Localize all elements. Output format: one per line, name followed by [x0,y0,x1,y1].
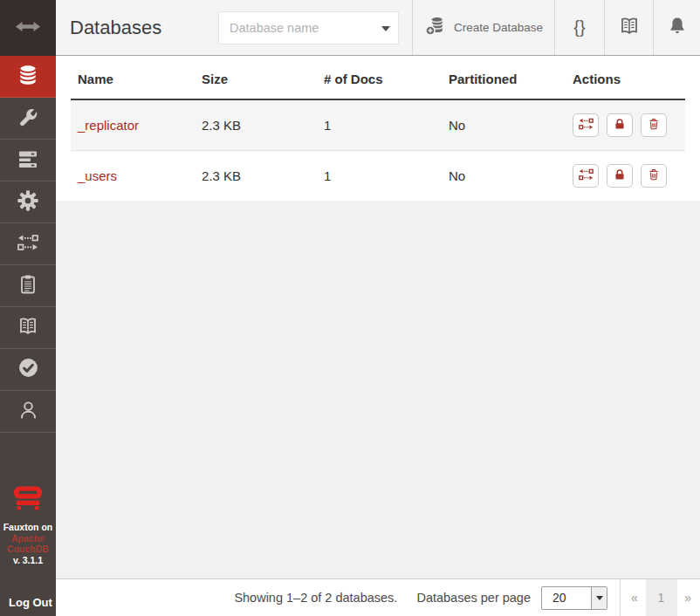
sidebar-brand: Fauxton on Apache CouchDB v. 3.1.1 [0,485,56,565]
brand-couchdb-link[interactable]: Apache CouchDB [0,533,56,555]
page-title: Databases [70,17,161,39]
clipboard-icon [17,274,38,298]
create-database-button[interactable]: Create Database [412,0,554,55]
docs-cell: 1 [317,151,442,202]
notifications-button[interactable] [653,0,700,55]
select-caret-icon [591,587,607,609]
database-link[interactable]: _users [78,168,117,183]
sidebar-item-documentation[interactable] [0,307,56,349]
column-header-size: Size [195,56,317,99]
pagination-page-1[interactable]: 1 [646,579,677,616]
docs-cell: 1 [317,99,442,151]
double-arrow-icon [15,19,41,38]
sidebar-collapse-button[interactable] [0,0,56,56]
pagination-prev-button[interactable]: « [631,591,638,605]
lock-icon [614,117,626,133]
table-header-row: Name Size # of Docs Partitioned Actions [71,56,685,99]
set-permissions-button[interactable] [607,164,633,188]
sidebar-item-databases[interactable] [0,56,56,98]
databases-table: Name Size # of Docs Partitioned Actions … [71,56,685,201]
book-icon [17,316,39,340]
lock-icon [614,168,626,184]
replicate-icon [579,118,594,133]
column-header-docs: # of Docs [317,56,442,99]
size-cell: 2.3 KB [195,151,317,202]
database-icon [17,64,39,90]
sidebar-item-account[interactable] [0,391,56,433]
database-search-input[interactable] [218,11,399,44]
wrench-icon [17,106,38,131]
documentation-button[interactable] [604,0,653,55]
database-search-combo [218,11,399,44]
json-api-button[interactable]: {} [554,0,604,55]
trash-icon [648,168,660,184]
database-plus-icon [424,16,445,40]
pagination-next-button[interactable]: » [684,591,691,605]
partitioned-cell: No [442,151,566,202]
brand-line1: Fauxton on [0,522,56,533]
per-page-select[interactable]: 20 [541,586,607,610]
delete-database-button[interactable] [641,113,667,137]
replicate-database-button[interactable] [573,113,599,137]
per-page-label: Databases per page [416,591,531,605]
sidebar-item-setup[interactable] [0,98,56,140]
sidebar-item-configuration[interactable] [0,181,56,223]
row-actions [573,113,678,137]
column-header-name: Name [71,56,195,99]
column-header-actions: Actions [566,56,685,99]
row-actions [573,164,678,188]
replicate-database-button[interactable] [573,164,599,188]
sidebar-item-replication[interactable] [0,223,56,265]
replication-icon [17,234,38,255]
logout-button[interactable]: Log Out [9,596,52,609]
delete-database-button[interactable] [641,164,667,188]
brand-version: v. 3.1.1 [0,555,56,566]
sidebar-item-verify[interactable] [0,349,56,391]
create-database-label: Create Database [454,21,543,34]
trash-icon [648,117,660,133]
column-header-partitioned: Partitioned [442,56,566,99]
check-circle-icon [17,357,39,382]
content-area: Name Size # of Docs Partitioned Actions … [56,56,700,578]
json-braces-icon: {} [573,17,585,38]
per-page-value: 20 [542,591,591,605]
sidebar-item-active-tasks[interactable] [0,140,56,181]
bell-icon [668,16,687,39]
showing-summary: Showing 1–2 of 2 databases. [234,591,397,605]
partitioned-cell: No [442,99,566,151]
table-row: _users 2.3 KB 1 No [71,151,685,202]
pagination: « 1 » [620,579,700,616]
sidebar-item-tasks[interactable] [0,265,56,307]
footer: Showing 1–2 of 2 databases. Databases pe… [56,578,700,616]
set-permissions-button[interactable] [607,113,633,137]
search-dropdown-caret-icon[interactable] [381,26,390,31]
replicate-icon [579,168,594,183]
couchdb-couch-logo [10,499,46,514]
size-cell: 2.3 KB [195,99,317,151]
user-icon [17,399,39,424]
table-row: _replicator 2.3 KB 1 No [71,99,685,151]
database-link[interactable]: _replicator [78,118,139,133]
sidebar: Fauxton on Apache CouchDB v. 3.1.1 Log O… [0,0,56,616]
gear-icon [17,189,39,216]
topbar: Databases Create Database {} [56,0,700,56]
book-icon [618,16,641,40]
databases-table-card: Name Size # of Docs Partitioned Actions … [56,56,700,201]
server-stack-icon [17,148,38,173]
